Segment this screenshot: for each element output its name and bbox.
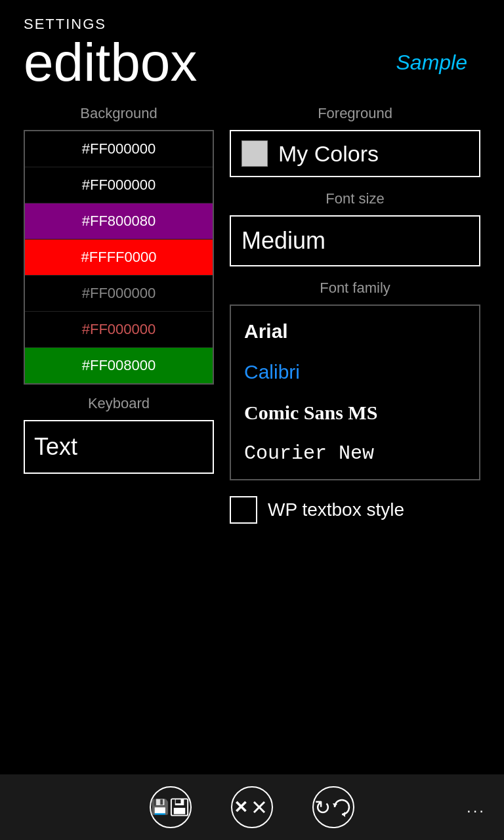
- cancel-button[interactable]: [231, 786, 273, 828]
- font-family-list: Arial Calibri Comic Sans MS Courier New: [230, 304, 480, 480]
- font-size-label: Font size: [230, 190, 480, 207]
- refresh-button[interactable]: [312, 786, 354, 828]
- foreground-section: Foreground My Colors: [230, 105, 480, 177]
- background-label: Background: [24, 105, 214, 122]
- font-item-calibri[interactable]: Calibri: [231, 352, 479, 392]
- svg-rect-3: [176, 799, 181, 803]
- color-item-1[interactable]: #FF000000: [25, 131, 213, 167]
- color-swatch: [242, 140, 268, 167]
- color-item-7[interactable]: #FF008000: [25, 348, 213, 383]
- wp-style-checkbox[interactable]: [230, 496, 257, 524]
- font-family-label: Font family: [230, 280, 480, 297]
- header: SETTINGS editbox Sample: [0, 0, 504, 89]
- main-content: Background #FF000000 #FF000000 #FF800080…: [0, 89, 504, 524]
- font-size-section: Font size Medium: [230, 190, 480, 266]
- my-colors-label: My Colors: [278, 141, 379, 167]
- more-button[interactable]: ...: [467, 798, 486, 816]
- keyboard-section: Keyboard Text: [24, 395, 214, 474]
- svg-rect-2: [174, 808, 185, 814]
- keyboard-label: Keyboard: [24, 395, 214, 412]
- font-item-comic-sans[interactable]: Comic Sans MS: [231, 392, 479, 433]
- sample-preview-text: Sample: [396, 51, 481, 75]
- title-row: editbox Sample: [24, 35, 480, 89]
- color-item-4[interactable]: #FFFF0000: [25, 240, 213, 276]
- settings-label: SETTINGS: [24, 16, 480, 33]
- keyboard-text-box[interactable]: Text: [24, 420, 214, 474]
- page-title: editbox: [24, 35, 197, 89]
- save-button[interactable]: [150, 786, 192, 828]
- foreground-label: Foreground: [230, 105, 480, 122]
- font-family-section: Font family Arial Calibri Comic Sans MS …: [230, 280, 480, 480]
- right-column: Foreground My Colors Font size Medium Fo…: [230, 105, 480, 524]
- color-item-5[interactable]: #FF000000: [25, 276, 213, 312]
- background-color-list: #FF000000 #FF000000 #FF800080 #FFFF0000 …: [24, 130, 214, 385]
- bottom-bar: ...: [0, 774, 504, 840]
- my-colors-button[interactable]: My Colors: [230, 130, 480, 177]
- wp-style-label: WP textbox style: [268, 499, 404, 520]
- font-item-arial[interactable]: Arial: [231, 311, 479, 352]
- color-item-2[interactable]: #FF000000: [25, 167, 213, 203]
- left-column: Background #FF000000 #FF000000 #FF800080…: [24, 105, 214, 524]
- color-item-6[interactable]: #FF000000: [25, 312, 213, 348]
- wp-style-row: WP textbox style: [230, 496, 480, 524]
- color-item-3[interactable]: #FF800080: [25, 203, 213, 240]
- font-item-courier[interactable]: Courier New: [231, 433, 479, 474]
- font-size-selector[interactable]: Medium: [230, 215, 480, 266]
